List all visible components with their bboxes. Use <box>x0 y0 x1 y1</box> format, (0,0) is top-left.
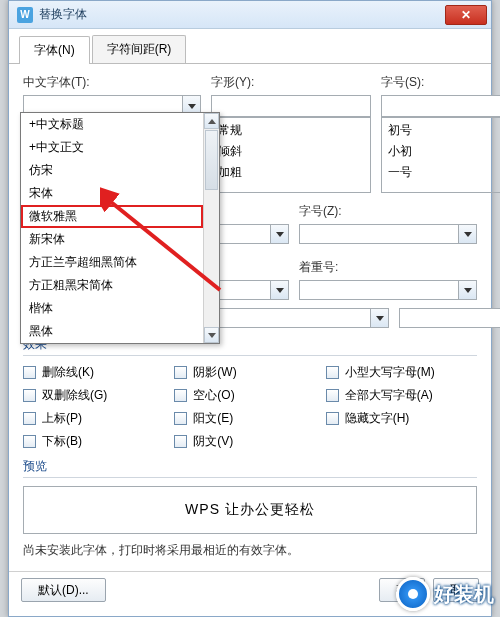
list-item[interactable]: 倾斜 <box>212 141 370 162</box>
checkbox-label: 双删除线(G) <box>42 387 107 404</box>
tab-font[interactable]: 字体(N) <box>19 36 90 64</box>
tab-spacing-label: 字符间距(R) <box>107 42 172 56</box>
checkbox-label: 小型大写字母(M) <box>345 364 435 381</box>
chevron-down-icon <box>464 288 472 293</box>
dropdown-button[interactable] <box>458 281 476 299</box>
chevron-down-icon <box>188 104 196 109</box>
titlebar: W 替换字体 ✕ <box>9 1 491 29</box>
checkbox-smallcaps[interactable]: 小型大写字母(M) <box>326 364 477 381</box>
size2-input[interactable] <box>300 225 458 243</box>
checkbox-label: 空心(O) <box>193 387 234 404</box>
checkbox-label: 阴影(W) <box>193 364 236 381</box>
size-listbox[interactable]: 初号 小初 一号 <box>381 117 500 193</box>
preview-header: 预览 <box>23 458 477 478</box>
preview-box: WPS 让办公更轻松 <box>23 486 477 534</box>
font-option[interactable]: 新宋体 <box>21 228 203 251</box>
checkbox-shadow[interactable]: 阴影(W) <box>174 364 325 381</box>
chevron-up-icon <box>208 119 216 124</box>
size-combo[interactable] <box>381 95 500 117</box>
tab-font-label: 字体(N) <box>34 43 75 57</box>
font-option[interactable]: +中文正文 <box>21 136 203 159</box>
scroll-down-button[interactable] <box>204 327 219 343</box>
chevron-down-icon <box>208 333 216 338</box>
checkbox-outline[interactable]: 空心(O) <box>174 387 325 404</box>
checkbox-label: 下标(B) <box>42 433 82 450</box>
checkbox-icon <box>23 366 36 379</box>
label-emphasis: 着重号: <box>299 259 477 276</box>
label-size2: 字号(Z): <box>299 203 477 220</box>
list-item[interactable]: 初号 <box>382 120 500 141</box>
label-style: 字形(Y): <box>211 74 371 91</box>
chevron-down-icon <box>276 232 284 237</box>
list-item[interactable]: 小初 <box>382 141 500 162</box>
checkbox-icon <box>326 366 339 379</box>
checkbox-icon <box>326 389 339 402</box>
font-option-highlighted[interactable]: 微软雅黑 <box>21 205 203 228</box>
font-option[interactable]: 楷体 <box>21 297 203 320</box>
font-option[interactable]: 方正兰亭超细黑简体 <box>21 251 203 274</box>
list-item[interactable]: 常规 <box>212 120 370 141</box>
font-option[interactable]: +中文标题 <box>21 113 203 136</box>
emphasis-input[interactable] <box>300 281 458 299</box>
font-dropdown-panel: +中文标题 +中文正文 仿宋 宋体 微软雅黑 新宋体 方正兰亭超细黑简体 方正粗… <box>20 112 220 344</box>
extra-combo-2[interactable] <box>211 308 389 328</box>
tab-strip: 字体(N) 字符间距(R) <box>9 29 491 64</box>
checkbox-label: 阴文(V) <box>193 433 233 450</box>
font-option[interactable]: 黑体 <box>21 320 203 343</box>
checkbox-icon <box>23 412 36 425</box>
preview-text: WPS 让办公更轻松 <box>185 501 315 519</box>
dropdown-button[interactable] <box>370 309 388 327</box>
checkbox-label: 删除线(K) <box>42 364 94 381</box>
chevron-down-icon <box>276 288 284 293</box>
size-input[interactable] <box>382 96 500 116</box>
checkbox-label: 上标(P) <box>42 410 82 427</box>
font-option[interactable]: 宋体 <box>21 182 203 205</box>
extra-combo-3[interactable] <box>399 308 500 328</box>
font-option[interactable]: 方正粗黑宋简体 <box>21 274 203 297</box>
chevron-down-icon <box>464 232 472 237</box>
watermark-icon <box>396 577 430 611</box>
app-icon: W <box>17 7 33 23</box>
watermark-text: 好装机 <box>434 581 494 608</box>
checkbox-icon <box>23 435 36 448</box>
checkbox-allcaps[interactable]: 全部大写字母(A) <box>326 387 477 404</box>
size2-combo[interactable] <box>299 224 477 244</box>
extra-input[interactable] <box>400 309 500 327</box>
label-size: 字号(S): <box>381 74 500 91</box>
list-item[interactable]: 一号 <box>382 162 500 183</box>
style-listbox[interactable]: 常规 倾斜 加粗 <box>211 117 371 193</box>
dropdown-button[interactable] <box>270 225 288 243</box>
checkbox-subscript[interactable]: 下标(B) <box>23 433 174 450</box>
dropdown-button[interactable] <box>270 281 288 299</box>
tab-spacing[interactable]: 字符间距(R) <box>92 35 187 63</box>
checkbox-superscript[interactable]: 上标(P) <box>23 410 174 427</box>
checkbox-icon <box>174 412 187 425</box>
font-option[interactable]: 仿宋 <box>21 159 203 182</box>
note-text: 尚未安装此字体，打印时将采用最相近的有效字体。 <box>23 542 477 559</box>
checkbox-icon <box>23 389 36 402</box>
default-button[interactable]: 默认(D)... <box>21 578 106 602</box>
close-button[interactable]: ✕ <box>445 5 487 25</box>
scroll-up-button[interactable] <box>204 113 219 129</box>
checkbox-strikethrough[interactable]: 删除线(K) <box>23 364 174 381</box>
checkbox-engrave[interactable]: 阴文(V) <box>174 433 325 450</box>
checkbox-label: 阳文(E) <box>193 410 233 427</box>
style-combo[interactable] <box>211 95 371 117</box>
checkbox-icon <box>174 366 187 379</box>
checkbox-icon <box>174 389 187 402</box>
fontlist-scrollbar[interactable] <box>203 113 219 343</box>
extra-input[interactable] <box>212 309 370 327</box>
list-item[interactable]: 加粗 <box>212 162 370 183</box>
button-label: 默认(D)... <box>38 582 89 599</box>
dropdown-button[interactable] <box>458 225 476 243</box>
style-input[interactable] <box>212 96 370 116</box>
scroll-thumb[interactable] <box>205 130 218 190</box>
checkbox-emboss[interactable]: 阳文(E) <box>174 410 325 427</box>
checkbox-hidden[interactable]: 隐藏文字(H) <box>326 410 477 427</box>
watermark: 好装机 <box>396 577 494 611</box>
checkbox-icon <box>326 412 339 425</box>
emphasis-combo[interactable] <box>299 280 477 300</box>
window-title: 替换字体 <box>39 6 445 23</box>
checkbox-label: 隐藏文字(H) <box>345 410 410 427</box>
checkbox-dblstrike[interactable]: 双删除线(G) <box>23 387 174 404</box>
